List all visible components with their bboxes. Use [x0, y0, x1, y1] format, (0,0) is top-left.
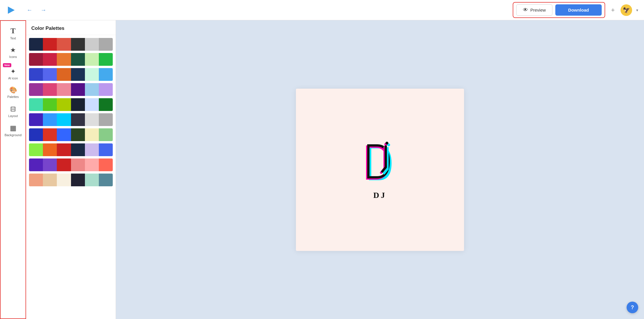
- palette-swatch: [43, 38, 57, 51]
- help-button[interactable]: ?: [627, 302, 638, 313]
- play-icon: [6, 5, 16, 15]
- palette-swatch: [99, 113, 113, 126]
- palette-swatch: [85, 128, 99, 141]
- sidebar-item-palettes[interactable]: 🎨 Palettes: [2, 83, 24, 101]
- svg-point-9: [385, 142, 388, 145]
- palette-row[interactable]: [29, 38, 113, 51]
- palette-row[interactable]: [29, 143, 113, 156]
- palette-swatch: [29, 158, 43, 171]
- palette-swatch: [57, 143, 71, 156]
- avatar[interactable]: 🦅: [621, 4, 632, 16]
- palette-swatch: [57, 53, 71, 66]
- palette-swatch: [43, 128, 57, 141]
- sidebar-item-ai-label: AI icon: [8, 76, 18, 80]
- sidebar-item-background-label: Background: [5, 133, 22, 137]
- palette-row[interactable]: [29, 158, 113, 171]
- palette-swatch: [85, 113, 99, 126]
- palette-swatch: [71, 98, 85, 111]
- palette-row[interactable]: [29, 128, 113, 141]
- palette-row[interactable]: [29, 113, 113, 126]
- palette-swatch: [85, 38, 99, 51]
- palette-row[interactable]: [29, 174, 113, 186]
- palette-swatch: [29, 98, 43, 111]
- palette-swatch: [71, 143, 85, 156]
- palette-row[interactable]: [29, 98, 113, 111]
- undo-button[interactable]: ←: [24, 6, 35, 14]
- palette-swatch: [71, 83, 85, 96]
- palettes-panel: Color Palettes: [26, 20, 116, 319]
- new-badge: New: [3, 63, 11, 67]
- sidebar-item-text-label: Text: [10, 37, 16, 40]
- palette-swatch: [29, 143, 43, 156]
- palette-swatch: [71, 158, 85, 171]
- svg-marker-0: [8, 6, 14, 14]
- sidebar-item-layout-label: Layout: [8, 114, 18, 118]
- palette-swatch: [29, 113, 43, 126]
- palette-row[interactable]: [29, 53, 113, 66]
- preview-button[interactable]: 👁 Preview: [516, 4, 552, 16]
- palette-swatch: [71, 128, 85, 141]
- actions-box: 👁 Preview Download: [513, 2, 605, 18]
- palette-swatch: [29, 128, 43, 141]
- toolbar: ← → 👁 Preview Download + 🦅 ▾: [0, 0, 644, 20]
- palette-swatch: [43, 68, 57, 81]
- dj-logo: DJ: [357, 140, 403, 200]
- palettes-list: [26, 35, 116, 319]
- palette-swatch: [71, 38, 85, 51]
- palette-swatch: [99, 174, 113, 186]
- dj-text: DJ: [373, 191, 387, 200]
- palette-swatch: [57, 128, 71, 141]
- layout-icon: ⊟: [10, 105, 16, 113]
- palette-swatch: [29, 174, 43, 186]
- sidebar-item-layout[interactable]: ⊟ Layout: [2, 102, 24, 120]
- logo[interactable]: [6, 5, 16, 15]
- palette-swatch: [71, 68, 85, 81]
- palette-swatch: [57, 113, 71, 126]
- palette-swatch: [85, 143, 99, 156]
- palette-swatch: [99, 53, 113, 66]
- sidebar-item-ai-icon[interactable]: New ✦ AI icon: [2, 62, 24, 82]
- palettes-title: Color Palettes: [31, 25, 64, 31]
- palette-swatch: [99, 143, 113, 156]
- palette-swatch: [99, 98, 113, 111]
- palette-swatch: [29, 53, 43, 66]
- palette-row[interactable]: [29, 68, 113, 81]
- palette-swatch: [43, 53, 57, 66]
- sidebar-item-icons[interactable]: ★ Icons: [2, 43, 24, 61]
- ai-icon-icon: ✦: [10, 68, 16, 75]
- palette-swatch: [57, 38, 71, 51]
- download-button[interactable]: Download: [555, 4, 602, 16]
- palette-swatch: [43, 158, 57, 171]
- avatar-chevron-icon[interactable]: ▾: [636, 8, 638, 12]
- add-button[interactable]: +: [609, 5, 617, 15]
- sidebar-item-palettes-label: Palettes: [7, 95, 19, 99]
- dj-logo-icon: [357, 140, 403, 186]
- palette-swatch: [85, 98, 99, 111]
- palette-swatch: [43, 174, 57, 186]
- palette-swatch: [57, 98, 71, 111]
- palette-swatch: [57, 68, 71, 81]
- download-label: Download: [568, 8, 589, 12]
- palette-swatch: [85, 53, 99, 66]
- help-icon: ?: [631, 305, 634, 311]
- canvas-area: DJ ?: [116, 20, 644, 319]
- left-sidebar: T Text ★ Icons New ✦ AI icon 🎨 Palettes …: [0, 20, 26, 319]
- palette-swatch: [57, 83, 71, 96]
- palette-swatch: [29, 38, 43, 51]
- eye-icon: 👁: [523, 7, 528, 13]
- star-icon: ★: [10, 46, 16, 54]
- redo-button[interactable]: →: [38, 6, 49, 14]
- sidebar-item-text[interactable]: T Text: [2, 24, 24, 42]
- palette-row[interactable]: [29, 83, 113, 96]
- sidebar-item-background[interactable]: ▦ Background: [2, 121, 24, 139]
- background-icon: ▦: [10, 124, 17, 132]
- palette-swatch: [43, 98, 57, 111]
- palette-swatch: [71, 113, 85, 126]
- palette-swatch: [85, 158, 99, 171]
- palette-swatch: [99, 128, 113, 141]
- canvas-board: DJ: [296, 89, 464, 251]
- palette-swatch: [57, 174, 71, 186]
- palette-swatch: [85, 174, 99, 186]
- palette-swatch: [85, 83, 99, 96]
- palette-swatch: [99, 38, 113, 51]
